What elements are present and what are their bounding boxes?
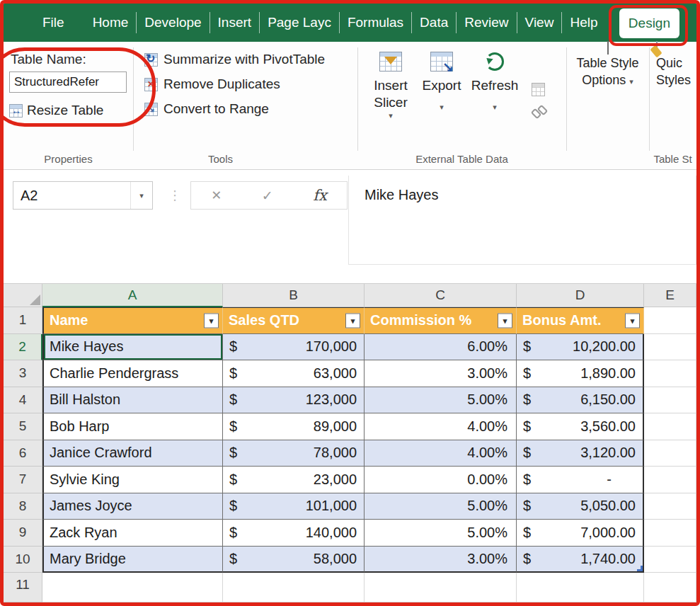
column-header-A[interactable]: A <box>42 284 223 307</box>
cell-D4[interactable]: $6,150.00 <box>517 387 644 414</box>
row-header-8[interactable]: 8 <box>4 493 42 520</box>
table-resize-handle[interactable] <box>637 566 643 571</box>
column-header-E[interactable]: E <box>644 284 696 307</box>
filter-button-sales[interactable] <box>345 313 360 328</box>
data-range-properties-icon[interactable] <box>532 83 545 96</box>
cell-C6[interactable]: 4.00% <box>365 440 517 467</box>
filter-button-commission[interactable] <box>498 313 512 328</box>
export-button[interactable]: Export <box>418 46 465 120</box>
cell-A4[interactable]: Bill Halston <box>42 387 223 414</box>
table-header-name[interactable]: Name <box>42 307 223 334</box>
cell-E6[interactable] <box>644 440 696 467</box>
tab-insert[interactable]: Insert <box>210 12 260 33</box>
table-name-input[interactable] <box>9 72 127 93</box>
name-box-dropdown[interactable] <box>130 182 152 209</box>
cell-E2[interactable] <box>644 334 696 361</box>
row-header-6[interactable]: 6 <box>4 440 42 467</box>
cell-D6[interactable]: $3,120.00 <box>517 440 644 467</box>
tab-help[interactable]: Help <box>561 12 605 33</box>
cell-A3[interactable]: Charlie Pendergrass <box>42 360 223 387</box>
cell-A8[interactable]: James Joyce <box>42 493 223 520</box>
cell-B2[interactable]: $170,000 <box>223 334 365 361</box>
cell-D2[interactable]: $10,200.00 <box>517 334 644 361</box>
cell-B5[interactable]: $89,000 <box>223 413 365 440</box>
row-header-2[interactable]: 2 <box>4 334 42 361</box>
cell-A7[interactable]: Sylvie King <box>42 467 223 493</box>
cell-D9[interactable]: $7,000.00 <box>517 520 644 547</box>
table-header-commission[interactable]: Commission % <box>365 307 517 334</box>
enter-icon[interactable] <box>262 188 273 204</box>
cell-E8[interactable] <box>644 493 696 520</box>
cell-E4[interactable] <box>644 387 696 414</box>
tab-page-layout[interactable]: Page Layc <box>259 12 339 33</box>
filter-button-bonus[interactable] <box>625 313 640 328</box>
cell-C3[interactable]: 3.00% <box>365 360 517 387</box>
formula-bar-divider[interactable] <box>168 181 181 210</box>
cell-A5[interactable]: Bob Harp <box>42 413 223 440</box>
row-header-4[interactable]: 4 <box>4 387 42 414</box>
tab-file[interactable]: File <box>35 12 72 33</box>
tab-formulas[interactable]: Formulas <box>339 12 411 33</box>
cell-D7[interactable]: $- <box>517 467 644 493</box>
column-header-B[interactable]: B <box>223 284 365 307</box>
cell-C11[interactable] <box>365 573 517 602</box>
cell-D11[interactable] <box>517 573 644 602</box>
cell-C2[interactable]: 6.00% <box>365 334 517 361</box>
table-style-options-button[interactable]: Table Style Options <box>566 42 649 169</box>
tab-design[interactable]: Design <box>619 8 679 38</box>
row-header-11[interactable]: 11 <box>4 573 42 602</box>
refresh-button[interactable]: Refresh <box>469 46 520 120</box>
convert-to-range-button[interactable]: Convert to Range <box>144 101 357 117</box>
cell-D5[interactable]: $3,560.00 <box>517 413 644 440</box>
cell-A10[interactable]: Mary Bridge <box>42 547 223 573</box>
cell-E9[interactable] <box>644 520 696 547</box>
cell-E7[interactable] <box>644 467 696 493</box>
cell-D10[interactable]: $1,740.00 <box>517 547 644 573</box>
cell-C5[interactable]: 4.00% <box>365 413 517 440</box>
cell-C7[interactable]: 0.00% <box>365 467 517 493</box>
table-header-bonus[interactable]: Bonus Amt. <box>517 307 644 334</box>
cell-A6[interactable]: Janice Crawford <box>42 440 223 467</box>
cell-C8[interactable]: 5.00% <box>365 493 517 520</box>
cell-B8[interactable]: $101,000 <box>223 493 365 520</box>
cell-B7[interactable]: $23,000 <box>223 467 365 493</box>
tab-developer[interactable]: Develope <box>136 12 209 33</box>
row-header-7[interactable]: 7 <box>4 467 42 493</box>
tab-home[interactable]: Home <box>85 12 137 33</box>
row-header-9[interactable]: 9 <box>4 520 42 547</box>
tab-data[interactable]: Data <box>411 12 456 33</box>
resize-table-button[interactable]: Resize Table <box>9 103 133 118</box>
row-header-5[interactable]: 5 <box>4 413 42 440</box>
cell-B10[interactable]: $58,000 <box>223 547 365 573</box>
remove-duplicates-button[interactable]: Remove Duplicates <box>144 76 357 92</box>
cell-C10[interactable]: 3.00% <box>365 547 517 573</box>
cell-E1[interactable] <box>644 307 696 334</box>
insert-slicer-button[interactable]: Insert Slicer <box>367 46 414 120</box>
cell-E5[interactable] <box>644 413 696 440</box>
unlink-icon[interactable] <box>532 106 547 116</box>
quick-styles-button[interactable]: Quic Styles Table St <box>649 42 696 169</box>
cell-A9[interactable]: Zack Ryan <box>42 520 223 547</box>
cell-A11[interactable] <box>42 573 223 602</box>
cell-B9[interactable]: $140,000 <box>223 520 365 547</box>
summarize-with-pivottable-button[interactable]: Summarize with PivotTable <box>144 52 357 67</box>
cell-E10[interactable] <box>644 547 696 573</box>
cell-B3[interactable]: $63,000 <box>223 360 365 387</box>
cell-C9[interactable]: 5.00% <box>365 520 517 547</box>
cell-D3[interactable]: $1,890.00 <box>517 360 644 387</box>
cell-D8[interactable]: $5,050.00 <box>517 493 644 520</box>
cell-E3[interactable] <box>644 360 696 387</box>
column-header-C[interactable]: C <box>365 284 517 307</box>
column-header-D[interactable]: D <box>517 284 644 307</box>
cell-B4[interactable]: $123,000 <box>223 387 365 414</box>
select-all-corner[interactable] <box>4 284 42 307</box>
name-box[interactable]: A2 <box>13 181 153 210</box>
tab-view[interactable]: View <box>517 12 562 33</box>
filter-button-name[interactable] <box>204 313 219 328</box>
row-header-1[interactable]: 1 <box>4 307 42 334</box>
tab-review[interactable]: Review <box>456 12 516 33</box>
cell-A2[interactable]: Mike Hayes <box>42 334 223 361</box>
insert-function-icon[interactable]: fx <box>313 187 327 204</box>
cell-C4[interactable]: 5.00% <box>365 387 517 414</box>
table-header-sales-qtd[interactable]: Sales QTD <box>223 307 365 334</box>
